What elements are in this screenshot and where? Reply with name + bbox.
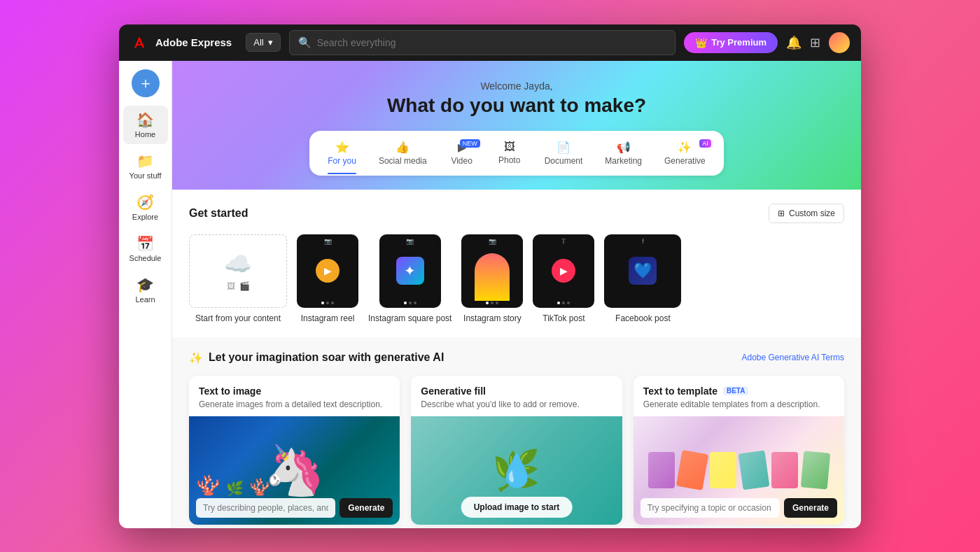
sidebar-label-learn: Learn xyxy=(135,295,155,304)
tab-marketing[interactable]: 📢 Marketing xyxy=(595,135,652,171)
tab-label-for-you: For you xyxy=(328,156,356,166)
ai-terms-link[interactable]: Adobe Generative AI Terms xyxy=(741,353,844,362)
sidebar-label-home: Home xyxy=(135,130,155,139)
tiktok-status-bar: 𝕋 xyxy=(533,238,594,245)
get-started-header: Get started ⊞ Custom size xyxy=(189,204,844,223)
dot-1 xyxy=(321,302,324,304)
dot-tk-3 xyxy=(567,302,570,304)
ai-sparkle-icon: ✨ xyxy=(189,351,203,365)
ai-card-desc-ttt: Generate editable templates from a descr… xyxy=(643,399,834,409)
tab-document[interactable]: 📄 Document xyxy=(535,135,593,171)
dot-st-1 xyxy=(486,302,489,304)
card-tiktok[interactable]: 𝕋 ▶ TikTok post xyxy=(533,234,594,323)
ttt-generate-button[interactable]: Generate xyxy=(784,498,837,518)
tti-input-row: Generate xyxy=(196,498,393,518)
try-premium-button[interactable]: 👑 Try Premium xyxy=(684,32,778,53)
nav-actions: 👑 Try Premium 🔔 ⊞ xyxy=(684,32,850,53)
upload-card-content: ☁️ 🖼 🎬 xyxy=(190,235,286,307)
instagram-reel-thumbnail: 📷 ▶ xyxy=(297,234,358,308)
main-layout: ＋ 🏠 Home 📁 Your stuff 🧭 Explore 📅 Schedu… xyxy=(119,61,861,528)
dots-indicator xyxy=(321,302,334,304)
dots-story xyxy=(486,302,498,304)
card-instagram-reel[interactable]: 📷 ▶ Instagram reel xyxy=(297,234,358,323)
ttt-input-row: Generate xyxy=(640,498,837,518)
megaphone-icon: 📢 xyxy=(617,141,631,154)
upload-image-button[interactable]: Upload image to start xyxy=(461,497,573,518)
ai-card-desc-tti: Generate images from a detailed text des… xyxy=(199,399,390,409)
ttt-title-text: Text to template xyxy=(643,385,718,397)
insta-icon-sq: 📷 xyxy=(406,238,414,245)
tab-label-generative: Generative xyxy=(664,156,706,166)
dot-sq-3 xyxy=(414,302,416,304)
sidebar-item-schedule[interactable]: 📅 Schedule xyxy=(123,229,168,268)
tab-photo[interactable]: 🖼 Photo xyxy=(487,135,532,171)
sidebar-item-explore[interactable]: 🧭 Explore xyxy=(123,188,168,227)
sidebar-item-learn[interactable]: 🎓 Learn xyxy=(123,271,168,309)
brand-name: Adobe Express xyxy=(155,36,232,48)
tab-label-marketing: Marketing xyxy=(605,156,642,166)
document-icon: 📄 xyxy=(556,141,570,154)
get-started-title: Get started xyxy=(189,207,248,220)
dot-tk-2 xyxy=(562,302,565,304)
svg-rect-4 xyxy=(130,33,150,52)
ai-section-title: ✨ Let your imagination soar with generat… xyxy=(189,351,444,365)
filter-dropdown[interactable]: All ▾ xyxy=(246,33,280,52)
app-window: Adobe Express All ▾ 🔍 👑 Try Premium 🔔 ⊞ … xyxy=(119,24,861,528)
card-instagram-square[interactable]: 📷 ✦ Instagram square post xyxy=(368,234,451,323)
apps-grid-icon[interactable]: ⊞ xyxy=(810,35,820,50)
template-mini-3 xyxy=(710,452,736,488)
tiktok-icon: 𝕋 xyxy=(561,238,566,245)
ai-card-info-tti: Text to image Generate images from a det… xyxy=(189,376,400,416)
cloud-upload-icon: ☁️ xyxy=(224,250,252,277)
ai-card-title-gf: Generative fill xyxy=(421,385,612,397)
tab-social-media[interactable]: 👍 Social media xyxy=(369,135,437,171)
play-icon: ▶ xyxy=(316,259,340,283)
notifications-icon[interactable]: 🔔 xyxy=(786,35,802,50)
coral-2: 🌿 xyxy=(226,480,244,497)
dots-tiktok xyxy=(557,302,570,304)
photo-icon: 🖼 xyxy=(504,141,515,153)
adobe-logo-icon xyxy=(130,33,150,52)
add-new-button[interactable]: ＋ xyxy=(132,69,160,97)
ai-cards-row: Text to image Generate images from a det… xyxy=(189,376,844,525)
tab-video[interactable]: ▶ Video NEW xyxy=(440,135,484,171)
dot-sq-2 xyxy=(409,302,412,304)
card-facebook[interactable]: f 💙 Facebook post xyxy=(604,234,681,323)
facebook-icon: f xyxy=(642,238,644,245)
ai-card-generative-fill[interactable]: Generative fill Describe what you'd like… xyxy=(411,376,622,525)
ai-card-title-tti: Text to image xyxy=(199,385,390,397)
tab-for-you[interactable]: ⭐ For you xyxy=(318,135,366,171)
ai-card-text-to-template[interactable]: Text to template BETA Generate editable … xyxy=(634,376,844,525)
card-label-from-content: Start from your content xyxy=(195,313,281,323)
card-label-instagram-square: Instagram square post xyxy=(368,313,451,323)
fb-status-bar: f xyxy=(604,238,681,245)
tti-title-text: Text to image xyxy=(199,385,261,397)
user-avatar[interactable] xyxy=(829,32,850,53)
ttt-input[interactable] xyxy=(640,498,780,518)
content-area: Welcome Jayda, What do you want to make?… xyxy=(172,61,861,528)
get-started-cards: ☁️ 🖼 🎬 Start from your content xyxy=(189,234,844,323)
ai-card-text-to-image[interactable]: Text to image Generate images from a det… xyxy=(189,376,400,525)
card-instagram-story[interactable]: 📷 Instagram story xyxy=(461,234,523,323)
sidebar-label-schedule: Schedule xyxy=(130,254,162,262)
custom-size-button[interactable]: ⊞ Custom size xyxy=(769,204,844,223)
search-bar[interactable]: 🔍 xyxy=(289,30,676,55)
from-content-thumbnail: ☁️ 🖼 🎬 xyxy=(189,234,287,308)
hero-subtitle: Welcome Jayda, xyxy=(186,80,847,92)
dot-3 xyxy=(331,302,334,304)
tti-generate-button[interactable]: Generate xyxy=(340,498,393,518)
sidebar-label-explore: Explore xyxy=(132,213,158,221)
sidebar-item-home[interactable]: 🏠 Home xyxy=(123,106,168,144)
category-tabs: ⭐ For you 👍 Social media ▶ Video NEW 🖼 xyxy=(309,131,723,176)
heart-icon: 💙 xyxy=(629,257,657,285)
tab-label-document: Document xyxy=(545,156,583,166)
grid-icon: ⊞ xyxy=(778,208,785,218)
sidebar-item-your-stuff[interactable]: 📁 Your stuff xyxy=(123,147,168,185)
search-input[interactable] xyxy=(317,37,667,48)
tti-input[interactable] xyxy=(196,498,335,518)
video-icon-small: 🎬 xyxy=(239,281,250,291)
card-from-content[interactable]: ☁️ 🖼 🎬 Start from your content xyxy=(189,234,287,323)
filter-label: All xyxy=(253,37,263,48)
template-mini-1 xyxy=(648,452,675,488)
tab-generative[interactable]: ✨ Generative AI xyxy=(654,135,715,171)
